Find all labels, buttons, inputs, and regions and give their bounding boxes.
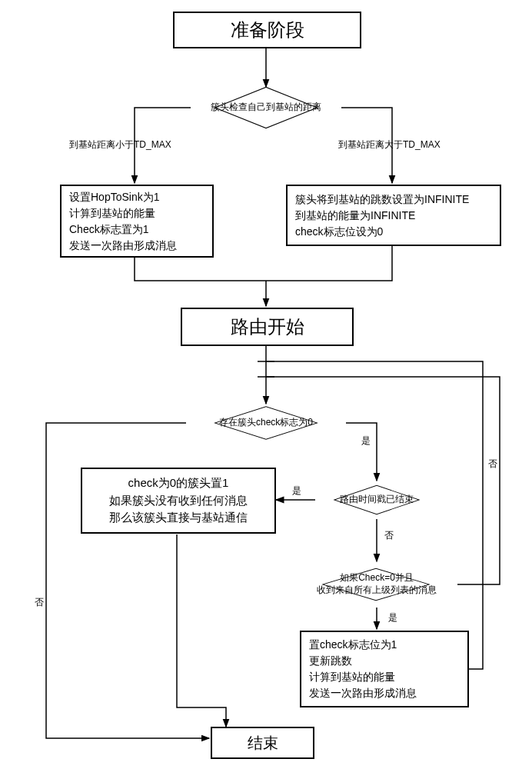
ra2-l3: 计算到基站的能量 bbox=[309, 669, 460, 685]
d4-l1: 如果Check=0并且 bbox=[317, 572, 437, 584]
la-l1: 设置HopToSink为1 bbox=[69, 189, 204, 205]
ra-l3: check标志位设为0 bbox=[295, 224, 492, 240]
edge-d2-no: 否 bbox=[35, 596, 44, 609]
ra2-l1: 置check标志位为1 bbox=[309, 637, 460, 653]
edge-d4-no: 否 bbox=[488, 458, 497, 471]
edge-d1-left: 到基站距离小于TD_MAX bbox=[69, 138, 171, 151]
node-right-action: 簇头将到基站的跳数设置为INFINITE 到基站的能量为INFINITE che… bbox=[286, 185, 501, 246]
d3-label: 路由时间戳已结束 bbox=[340, 494, 414, 506]
la2-l3: 那么该簇头直接与基站通信 bbox=[90, 509, 267, 527]
edge-d2-yes: 是 bbox=[361, 434, 371, 448]
d2-label: 存在簇头check标志为0 bbox=[219, 417, 313, 429]
decision-d1: 簇头检查自己到基站的距离 bbox=[191, 75, 341, 140]
node-left-action2: check为0的簇头置1 如果簇头没有收到任何消息 那么该簇头直接与基站通信 bbox=[81, 468, 276, 534]
node-prep-label: 准备阶段 bbox=[231, 18, 304, 42]
node-right-action2: 置check标志位为1 更新跳数 计算到基站的能量 发送一次路由形成消息 bbox=[300, 631, 469, 707]
ra2-l2: 更新跳数 bbox=[309, 653, 460, 669]
la-l2: 计算到基站的能量 bbox=[69, 205, 204, 221]
route-start-label: 路由开始 bbox=[231, 315, 304, 339]
node-prep: 准备阶段 bbox=[173, 12, 361, 48]
d4-label: 如果Check=0并且 收到来自所有上级列表的消息 bbox=[317, 572, 437, 596]
ra2-l4: 发送一次路由形成消息 bbox=[309, 685, 460, 701]
ra-l2: 到基站的能量为INFINITE bbox=[295, 208, 492, 224]
edge-d3-no: 否 bbox=[384, 529, 394, 542]
edge-d1-right: 到基站距离大于TD_MAX bbox=[338, 138, 441, 151]
edge-d3-yes: 是 bbox=[292, 484, 301, 498]
node-route-start: 路由开始 bbox=[181, 308, 354, 346]
la-l4: 发送一次路由形成消息 bbox=[69, 238, 204, 254]
la2-l2: 如果簇头没有收到任何消息 bbox=[90, 492, 267, 510]
la-l3: Check标志置为1 bbox=[69, 221, 204, 238]
la2-l1: check为0的簇头置1 bbox=[90, 474, 267, 492]
decision-d2: 存在簇头check标志为0 bbox=[186, 395, 346, 451]
ra-l1: 簇头将到基站的跳数设置为INFINITE bbox=[295, 191, 492, 208]
decision-d4: 如果Check=0并且 收到来自所有上级列表的消息 bbox=[296, 557, 457, 612]
node-left-action: 设置HopToSink为1 计算到基站的能量 Check标志置为1 发送一次路由… bbox=[60, 185, 214, 258]
decision-d3: 路由时间戳已结束 bbox=[315, 475, 438, 524]
d1-label: 簇头检查自己到基站的距离 bbox=[211, 102, 321, 114]
edge-d4-yes: 是 bbox=[388, 611, 397, 624]
d4-l2: 收到来自所有上级列表的消息 bbox=[317, 584, 437, 597]
node-end: 结束 bbox=[211, 727, 314, 759]
end-label: 结束 bbox=[248, 733, 278, 754]
